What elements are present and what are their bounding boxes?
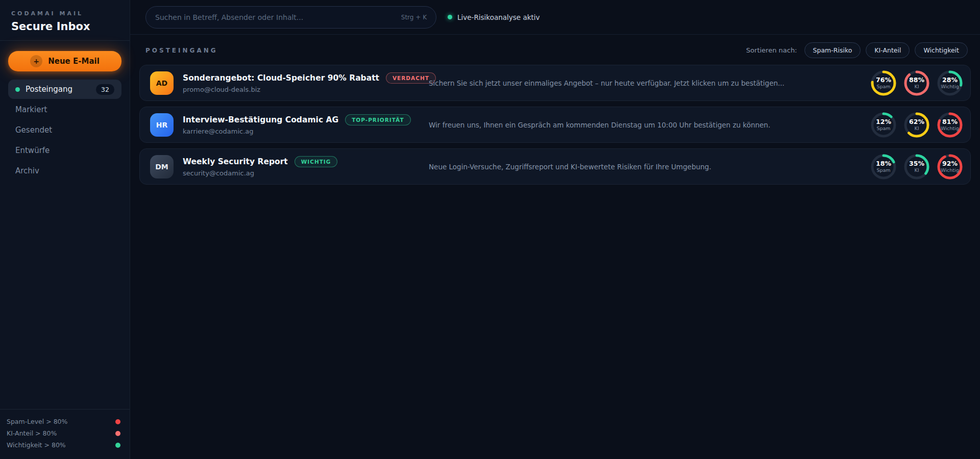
email-subject: Sonderangebot: Cloud-Speicher 90% Rabatt <box>183 73 379 83</box>
email-row[interactable]: HR Interview-Bestätigung Codamic AG TOP-… <box>139 107 971 143</box>
email-info: Interview-Bestätigung Codamic AG TOP-PRI… <box>183 114 429 135</box>
avatar-initials: HR <box>156 121 168 129</box>
avatar: AD <box>150 71 174 95</box>
ring-label: Wichtig <box>941 84 959 89</box>
top-bar: Strg + K Live-Risikoanalyse aktiv <box>130 0 980 35</box>
email-snippet: Wir freuen uns, Ihnen ein Gespräch am ko… <box>429 121 870 129</box>
ring-value: 35% <box>909 160 924 168</box>
risk-ring-wichtig: 81%Wichtig <box>937 112 963 138</box>
sidebar-item-markiert[interactable]: Markiert <box>8 100 121 119</box>
email-subject: Weekly Security Report <box>183 157 288 166</box>
ring-label: Spam <box>876 84 890 89</box>
status-badge: WICHTIG <box>295 156 338 167</box>
sort-group: Sortieren nach: Spam-Risiko KI-Anteil Wi… <box>746 42 968 58</box>
compose-button[interactable]: + Neue E-Mail <box>8 51 121 71</box>
ring-text: 28%Wichtig <box>937 70 963 96</box>
sort-button-ki-anteil[interactable]: KI-Anteil <box>866 42 910 58</box>
subject-line: Sonderangebot: Cloud-Speicher 90% Rabatt… <box>183 72 429 84</box>
risk-metrics: 76%Spam88%KI28%Wichtig <box>870 70 963 96</box>
sidebar-divider <box>0 40 130 41</box>
email-list: AD Sonderangebot: Cloud-Speicher 90% Rab… <box>130 63 980 187</box>
sidebar-item-posteingang[interactable]: Posteingang 32 <box>8 80 121 99</box>
avatar: HR <box>150 113 174 137</box>
sidebar-item-archiv[interactable]: Archiv <box>8 161 121 181</box>
app-window: CODAMAI MAIL Secure Inbox + Neue E-Mail … <box>0 0 980 459</box>
sidebar-item-entwuerfe[interactable]: Entwürfe <box>8 141 121 160</box>
ring-text: 12%Spam <box>870 112 897 138</box>
sidebar: CODAMAI MAIL Secure Inbox + Neue E-Mail … <box>0 0 130 459</box>
ring-label: KI <box>914 167 919 173</box>
nav-label: Archiv <box>15 166 39 175</box>
ring-value: 18% <box>876 160 891 168</box>
unread-count-badge: 32 <box>96 84 114 95</box>
risk-ring-ki: 35%KI <box>903 154 930 180</box>
sort-button-wichtigkeit[interactable]: Wichtigkeit <box>915 42 968 58</box>
brand-logo: CODAMAI MAIL <box>8 8 121 17</box>
risk-ring-spam: 12%Spam <box>870 112 897 138</box>
page-title: Secure Inbox <box>8 17 121 40</box>
legend-dot-icon <box>115 419 120 424</box>
avatar-initials: DM <box>155 163 168 171</box>
legend-dot-icon <box>115 431 120 436</box>
ring-text: 62%KI <box>903 112 930 138</box>
avatar-initials: AD <box>156 79 167 87</box>
keyboard-shortcut-hint: Strg + K <box>401 14 427 21</box>
legend-row-ki: KI-Anteil > 80% <box>7 427 120 439</box>
ring-label: KI <box>914 125 919 131</box>
main-panel: Strg + K Live-Risikoanalyse aktiv POSTEI… <box>130 0 980 459</box>
nav-label: Posteingang <box>26 85 72 94</box>
ring-text: 76%Spam <box>870 70 897 96</box>
nav-label: Gesendet <box>15 125 52 135</box>
subject-line: Interview-Bestätigung Codamic AG TOP-PRI… <box>183 114 429 125</box>
sort-label: Sortieren nach: <box>746 46 797 54</box>
sidebar-item-gesendet[interactable]: Gesendet <box>8 120 121 140</box>
email-subject: Interview-Bestätigung Codamic AG <box>183 115 338 124</box>
ring-label: Wichtig <box>941 167 959 173</box>
legend-label: Wichtigkeit > 80% <box>7 441 66 449</box>
ring-value: 12% <box>876 118 891 126</box>
legend-label: Spam-Level > 80% <box>7 418 67 425</box>
ring-value: 28% <box>942 76 958 84</box>
risk-ring-spam: 76%Spam <box>870 70 897 96</box>
email-row[interactable]: DM Weekly Security Report WICHTIG securi… <box>139 148 971 185</box>
live-status: Live-Risikoanalyse aktiv <box>448 13 540 21</box>
ring-label: Spam <box>876 125 890 131</box>
avatar: DM <box>150 155 174 178</box>
ring-label: Wichtig <box>941 125 959 131</box>
email-sender: karriere@codamic.ag <box>183 128 429 135</box>
legend-label: KI-Anteil > 80% <box>7 429 57 437</box>
email-snippet: Neue Login-Versuche, Zugriffsreport und … <box>429 163 870 171</box>
ring-label: Spam <box>876 167 890 173</box>
legend-row-spam: Spam-Level > 80% <box>7 416 120 427</box>
risk-ring-wichtig: 28%Wichtig <box>937 70 963 96</box>
risk-ring-ki: 88%KI <box>903 70 930 96</box>
risk-legend: Spam-Level > 80% KI-Anteil > 80% Wichtig… <box>0 409 130 455</box>
search-input[interactable] <box>155 13 396 21</box>
ring-value: 62% <box>909 118 924 126</box>
email-row[interactable]: AD Sonderangebot: Cloud-Speicher 90% Rab… <box>139 65 971 101</box>
ring-value: 81% <box>942 118 958 126</box>
plus-icon: + <box>30 55 42 67</box>
search-box[interactable]: Strg + K <box>145 6 436 29</box>
ring-text: 92%Wichtig <box>937 154 963 180</box>
risk-ring-spam: 18%Spam <box>870 154 897 180</box>
risk-ring-wichtig: 92%Wichtig <box>937 154 963 180</box>
ring-text: 18%Spam <box>870 154 897 180</box>
email-sender: promo@cloud-deals.biz <box>183 86 429 93</box>
ring-label: KI <box>914 84 919 89</box>
ring-text: 81%Wichtig <box>937 112 963 138</box>
email-info: Sonderangebot: Cloud-Speicher 90% Rabatt… <box>183 72 429 93</box>
nav-label: Markiert <box>15 105 47 114</box>
risk-metrics: 12%Spam62%KI81%Wichtig <box>870 112 963 138</box>
ring-value: 92% <box>942 160 958 168</box>
ring-value: 76% <box>876 76 891 84</box>
ring-value: 88% <box>909 76 924 84</box>
list-header: POSTEINGANG Sortieren nach: Spam-Risiko … <box>130 35 980 63</box>
risk-metrics: 18%Spam35%KI92%Wichtig <box>870 154 963 180</box>
email-snippet: Sichern Sie sich jetzt unser einmaliges … <box>429 79 870 87</box>
ring-text: 88%KI <box>903 70 930 96</box>
sort-button-spam-risiko[interactable]: Spam-Risiko <box>804 42 861 58</box>
nav-label: Entwürfe <box>15 146 50 155</box>
subject-line: Weekly Security Report WICHTIG <box>183 156 429 167</box>
risk-ring-ki: 62%KI <box>903 112 930 138</box>
